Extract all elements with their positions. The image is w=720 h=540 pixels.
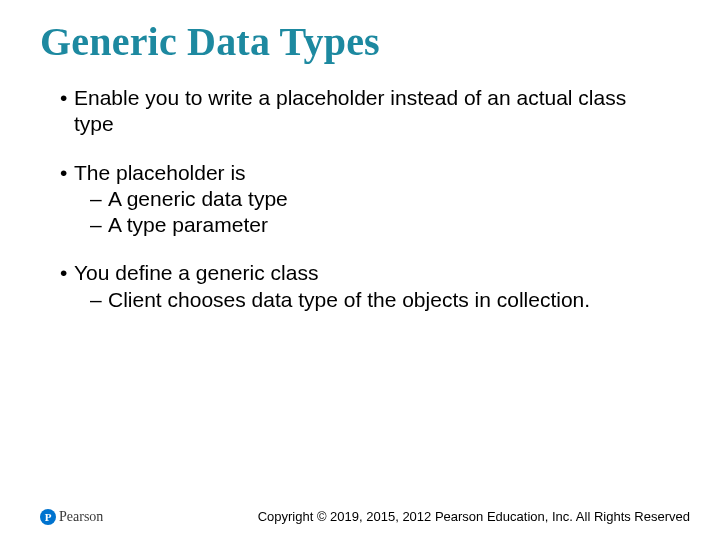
bullet-dot-icon: •: [60, 260, 74, 286]
pearson-logo-icon: [40, 509, 56, 525]
dash-icon: –: [90, 212, 108, 238]
bullet-dot-icon: •: [60, 85, 74, 111]
bullet-text: You define a generic class: [74, 260, 670, 286]
bullet-item: • You define a generic class – Client ch…: [60, 260, 670, 313]
bullet-item: • Enable you to write a placeholder inst…: [60, 85, 670, 138]
pearson-logo-text: Pearson: [59, 509, 103, 525]
slide-title: Generic Data Types: [40, 18, 380, 65]
sub-bullet-text: A type parameter: [108, 212, 670, 238]
bullet-item: • The placeholder is – A generic data ty…: [60, 160, 670, 239]
bullet-dot-icon: •: [60, 160, 74, 186]
footer: Pearson Copyright © 2019, 2015, 2012 Pea…: [0, 502, 720, 526]
sub-bullet-item: – Client chooses data type of the object…: [60, 287, 670, 313]
sub-bullet-text: Client chooses data type of the objects …: [108, 287, 670, 313]
slide: Generic Data Types • Enable you to write…: [0, 0, 720, 540]
bullet-text: The placeholder is: [74, 160, 670, 186]
copyright-text: Copyright © 2019, 2015, 2012 Pearson Edu…: [258, 509, 690, 524]
dash-icon: –: [90, 287, 108, 313]
pearson-logo: Pearson: [40, 508, 103, 526]
sub-bullet-item: – A type parameter: [60, 212, 670, 238]
dash-icon: –: [90, 186, 108, 212]
slide-content: • Enable you to write a placeholder inst…: [60, 85, 670, 335]
bullet-text: Enable you to write a placeholder instea…: [74, 85, 670, 138]
sub-bullet-text: A generic data type: [108, 186, 670, 212]
sub-bullet-item: – A generic data type: [60, 186, 670, 212]
